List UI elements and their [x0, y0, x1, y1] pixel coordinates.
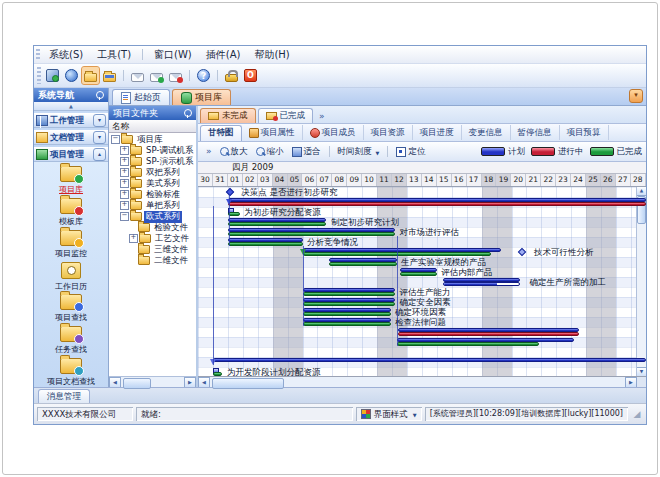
tree-node-6[interactable]: +单把系列: [109, 200, 196, 211]
view-tab-6[interactable]: 暂停信息: [511, 125, 560, 140]
gantt-tool-2[interactable]: 适合: [288, 144, 325, 159]
gantt-bar-status[interactable]: [228, 242, 303, 246]
gantt-bar-status[interactable]: [400, 272, 437, 276]
sidebar-item-3[interactable]: 工作日历: [34, 261, 108, 293]
gantt-bar-status[interactable]: [228, 202, 646, 206]
gantt-bar-status[interactable]: [397, 342, 539, 346]
doc-tab-1[interactable]: 项目库: [172, 89, 231, 105]
view-tab-3[interactable]: 项目资源: [364, 125, 413, 140]
mail-new-icon[interactable]: [167, 67, 184, 84]
tree-node-8[interactable]: 检验文件: [109, 222, 196, 233]
tree-expander-icon[interactable]: +: [120, 190, 129, 199]
sidebar-item-5[interactable]: 任务查找: [34, 325, 108, 357]
toolbar-overflow-icon[interactable]: »: [202, 146, 216, 158]
tree-expander-icon[interactable]: +: [120, 168, 129, 177]
pin-icon[interactable]: [184, 109, 192, 117]
tree-node-10[interactable]: 三维文件: [109, 244, 196, 255]
sidebar-item-1[interactable]: 模板库: [34, 197, 108, 229]
tab-overflow-icon[interactable]: »: [315, 111, 329, 123]
gantt-bar-status[interactable]: [228, 222, 327, 226]
resize-grip[interactable]: [631, 407, 643, 421]
scrollbar-thumb[interactable]: [123, 378, 151, 389]
gantt-horizontal-scrollbar[interactable]: ◀ ▶: [198, 376, 646, 387]
gantt-tool-1[interactable]: 缩小: [252, 144, 288, 159]
tree-expander-icon[interactable]: −: [111, 135, 120, 144]
gantt-bar-status[interactable]: [303, 292, 396, 296]
mail-accept-icon[interactable]: [148, 67, 165, 84]
interface-style-dropdown[interactable]: 界面样式: [356, 407, 422, 421]
tab-options-button[interactable]: ▾: [629, 89, 643, 103]
gantt-bar-status[interactable]: [398, 332, 579, 336]
gantt-tool-0[interactable]: 放大: [216, 144, 252, 159]
view-tab-2[interactable]: 项目成员: [303, 125, 364, 140]
menu-item-3[interactable]: 窗口(W): [147, 47, 199, 63]
gantt-tool-3[interactable]: 时间刻度: [334, 144, 384, 159]
tree-node-5[interactable]: +检验标准: [109, 189, 196, 200]
tree-node-9[interactable]: +工艺文件: [109, 233, 196, 244]
folder-window-icon[interactable]: [101, 67, 118, 84]
doc-tab-0[interactable]: 起始页: [112, 89, 170, 105]
gantt-bar-progress[interactable]: [443, 282, 521, 286]
menu-item-1[interactable]: 工具(T): [90, 47, 138, 63]
mail-icon[interactable]: [129, 67, 146, 84]
chevron-down-icon[interactable]: [93, 114, 106, 127]
help-icon[interactable]: ?: [195, 67, 212, 84]
milestone-diamond-icon[interactable]: [226, 188, 234, 196]
status-tab-1[interactable]: 已完成: [258, 108, 314, 123]
lock-icon[interactable]: [223, 67, 240, 84]
tree-expander-icon[interactable]: +: [120, 157, 129, 166]
view-tab-0[interactable]: 甘特图: [200, 125, 242, 141]
chevron-up-icon[interactable]: [93, 148, 106, 161]
sidebar-scroll-up-button[interactable]: [34, 102, 108, 111]
exit-icon[interactable]: O: [242, 67, 259, 84]
scrollbar-thumb[interactable]: [212, 378, 284, 389]
open-folder-icon[interactable]: [82, 67, 99, 84]
sidebar-panel-0[interactable]: 工作管理: [34, 113, 108, 128]
menu-item-0[interactable]: 系统(S): [42, 47, 90, 63]
menu-item-4[interactable]: 插件(A): [199, 47, 248, 63]
pin-icon[interactable]: [96, 91, 104, 99]
scroll-right-icon[interactable]: ▶: [625, 377, 637, 388]
milestone-diamond-icon[interactable]: [518, 248, 526, 256]
chevron-down-icon[interactable]: [93, 131, 106, 144]
globe-icon[interactable]: [63, 67, 80, 84]
tree-horizontal-scrollbar[interactable]: ◀ ▶: [109, 376, 196, 387]
tree-node-7[interactable]: −欧式系列: [109, 211, 196, 222]
scroll-down-icon[interactable]: ▼: [637, 367, 646, 376]
view-tab-4[interactable]: 项目进度: [413, 125, 462, 140]
tree-expander-icon[interactable]: +: [120, 201, 129, 210]
gantt-bar-status[interactable]: [213, 372, 222, 376]
sidebar-panel-1[interactable]: 文档管理: [34, 130, 108, 145]
gantt-bar-status[interactable]: [303, 322, 391, 326]
tree-expander-icon[interactable]: +: [129, 234, 138, 243]
tree-node-11[interactable]: 二维文件: [109, 255, 196, 266]
view-tab-7[interactable]: 项目预算: [560, 125, 609, 140]
tree-node-4[interactable]: +美式系列: [109, 178, 196, 189]
gantt-bar-status[interactable]: [228, 212, 240, 216]
tree-node-3[interactable]: +双把系列: [109, 167, 196, 178]
gantt-bar-status[interactable]: [303, 312, 391, 316]
gantt-tool-4[interactable]: 定位: [392, 144, 429, 159]
message-manager-tab[interactable]: 消息管理: [38, 389, 90, 403]
gantt-vertical-scrollbar[interactable]: ▲ ▼: [636, 187, 646, 376]
toolbar-drag-handle[interactable]: [36, 49, 40, 61]
menu-item-5[interactable]: 帮助(H): [247, 47, 296, 63]
gantt-bar-plan[interactable]: [213, 358, 646, 362]
gantt-bar-status[interactable]: [303, 302, 396, 306]
tree-expander-icon[interactable]: +: [120, 179, 129, 188]
scroll-left-icon[interactable]: ◀: [109, 377, 121, 388]
sidebar-item-0[interactable]: 项目库: [34, 165, 108, 197]
sidebar-panel-project[interactable]: 项目管理: [34, 147, 108, 162]
view-tab-5[interactable]: 变更信息: [462, 125, 511, 140]
sidebar-item-6[interactable]: 项目文档查找: [34, 357, 108, 387]
tree-expander-icon[interactable]: +: [120, 146, 129, 155]
monitor-icon[interactable]: [44, 67, 61, 84]
view-tab-1[interactable]: 项目属性: [242, 125, 303, 140]
scroll-right-icon[interactable]: ▶: [184, 377, 196, 388]
toolbar-drag-handle[interactable]: [37, 67, 41, 83]
tree-node-1[interactable]: +SP-调试机系: [109, 145, 196, 156]
tree-node-0[interactable]: −项目库: [109, 134, 196, 145]
sidebar-item-2[interactable]: 项目监控: [34, 229, 108, 261]
gantt-bar-status[interactable]: [329, 262, 396, 266]
tree-expander-icon[interactable]: −: [120, 212, 129, 221]
